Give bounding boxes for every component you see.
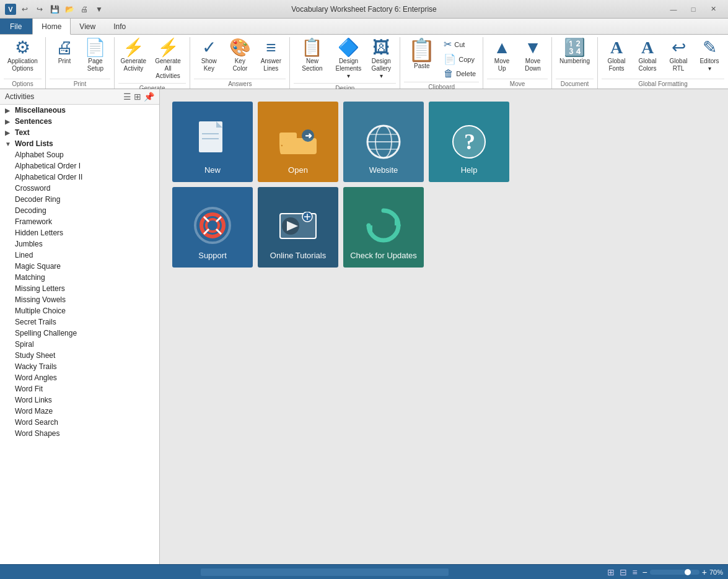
tutorials-tile-label: Online Tutorials bbox=[270, 251, 326, 260]
tab-file[interactable]: File bbox=[0, 19, 32, 34]
key-color-button[interactable]: 🎨 KeyColor bbox=[225, 37, 255, 74]
tile-help[interactable]: ? Help bbox=[429, 102, 509, 182]
save-button[interactable]: 💾 bbox=[48, 3, 61, 15]
sidebar-leaf-wacky-trails[interactable]: Wacky Trails bbox=[0, 361, 159, 372]
numbering-button[interactable]: 🔢 Numbering bbox=[556, 37, 594, 67]
generate-all-button[interactable]: ⚡ GenerateAll Activities bbox=[150, 37, 186, 82]
generate-activity-button[interactable]: ⚡ GenerateActivity bbox=[118, 37, 149, 74]
title-bar-left: V ↩ ↪ 💾 📂 🖨 ▼ bbox=[5, 3, 105, 15]
copy-button[interactable]: 📄 Copy bbox=[441, 52, 479, 66]
cut-button[interactable]: ✂ Cut bbox=[441, 37, 479, 51]
show-key-button[interactable]: ✓ ShowKey bbox=[194, 37, 224, 74]
sidebar-item-text[interactable]: ▶ Text bbox=[0, 127, 159, 138]
move-group-label: Move bbox=[487, 79, 548, 89]
sidebar-leaf-word-maze[interactable]: Word Maze bbox=[0, 406, 159, 417]
paste-label: Paste bbox=[414, 63, 430, 70]
sidebar-leaf-lined[interactable]: Lined bbox=[0, 250, 159, 261]
document-group-label: Document bbox=[556, 79, 594, 89]
global-colors-button[interactable]: A GlobalColors bbox=[633, 37, 662, 74]
sidebar-leaf-missing-vowels[interactable]: Missing Vowels bbox=[0, 294, 159, 305]
open-button[interactable]: 📂 bbox=[63, 3, 76, 15]
print-icon: 🖨 bbox=[56, 39, 73, 56]
sidebar-leaf-missing-letters[interactable]: Missing Letters bbox=[0, 283, 159, 294]
tab-info[interactable]: Info bbox=[105, 19, 135, 34]
sidebar-leaf-alphabetical-order-i[interactable]: Alphabetical Order I bbox=[0, 160, 159, 172]
undo-button[interactable]: ↩ bbox=[19, 3, 31, 15]
sidebar-leaf-secret-trails[interactable]: Secret Trails bbox=[0, 316, 159, 328]
sidebar-item-miscellaneous[interactable]: ▶ Miscellaneous bbox=[0, 105, 159, 116]
app-options-button[interactable]: ⚙ ApplicationOptions bbox=[4, 37, 42, 74]
sidebar-leaf-study-sheet[interactable]: Study Sheet bbox=[0, 350, 159, 361]
generate-all-label: GenerateAll Activities bbox=[154, 58, 183, 80]
tile-new[interactable]: New bbox=[172, 102, 253, 182]
tile-online-tutorials[interactable]: Online Tutorials bbox=[258, 187, 338, 268]
tile-open[interactable]: ➜ Open bbox=[258, 102, 338, 182]
zoom-slider[interactable] bbox=[650, 570, 699, 575]
sidebar-leaf-decoder-ring[interactable]: Decoder Ring bbox=[0, 194, 159, 205]
sidebar-leaf-spelling-challenge[interactable]: Spelling Challenge bbox=[0, 328, 159, 339]
move-up-icon: ▲ bbox=[493, 39, 511, 56]
sidebar-leaf-word-fit[interactable]: Word Fit bbox=[0, 383, 159, 394]
sidebar-leaf-matching[interactable]: Matching bbox=[0, 272, 159, 283]
move-up-button[interactable]: ▲ MoveUp bbox=[487, 37, 517, 74]
ribbon-group-global-formatting: A GlobalFonts A GlobalColors ↩ GlobalRTL… bbox=[598, 37, 728, 89]
status-icon-3[interactable]: ≡ bbox=[632, 567, 637, 577]
sidebar-leaf-alphabetical-order-ii[interactable]: Alphabetical Order II bbox=[0, 172, 159, 183]
zoom-out-button[interactable]: − bbox=[642, 567, 647, 577]
sidebar-leaf-word-links[interactable]: Word Links bbox=[0, 394, 159, 406]
status-icon-2[interactable]: ⊟ bbox=[620, 567, 627, 577]
editors-button[interactable]: ✎ Editors ▾ bbox=[695, 37, 724, 74]
ribbon-tabs: File Home View Info bbox=[0, 19, 728, 35]
zoom-in-button[interactable]: + bbox=[702, 567, 707, 577]
sidebar-leaf-word-shapes[interactable]: Word Shapes bbox=[0, 428, 159, 439]
tile-website[interactable]: Website bbox=[343, 102, 424, 182]
design-gallery-button[interactable]: 🖼 DesignGallery ▾ bbox=[366, 37, 396, 82]
tab-home[interactable]: Home bbox=[32, 19, 71, 35]
sidebar-pin-icon[interactable]: 📌 bbox=[144, 92, 154, 102]
sidebar-leaf-jumbles[interactable]: Jumbles bbox=[0, 238, 159, 250]
redo-button[interactable]: ↪ bbox=[33, 3, 46, 15]
app-logo: V bbox=[5, 4, 16, 15]
qat-more-button[interactable]: ▼ bbox=[93, 3, 105, 15]
sidebar-leaf-spiral[interactable]: Spiral bbox=[0, 339, 159, 350]
page-setup-button[interactable]: 📄 PageSetup bbox=[81, 37, 110, 74]
quick-access-toolbar: ↩ ↪ 💾 📂 🖨 ▼ bbox=[19, 3, 105, 15]
move-down-button[interactable]: ▼ MoveDown bbox=[518, 37, 548, 74]
sidebar-leaf-hidden-letters[interactable]: Hidden Letters bbox=[0, 227, 159, 238]
sidebar-list-view-icon[interactable]: ☰ bbox=[123, 92, 131, 102]
delete-icon: 🗑 bbox=[444, 68, 454, 79]
print-qat-button[interactable]: 🖨 bbox=[78, 3, 90, 15]
tile-check-updates[interactable]: Check for Updates bbox=[343, 187, 424, 268]
minimize-button[interactable]: — bbox=[664, 3, 683, 15]
sidebar-leaf-word-angles[interactable]: Word Angles bbox=[0, 372, 159, 383]
sidebar-grid-view-icon[interactable]: ⊞ bbox=[134, 92, 141, 102]
sidebar-leaf-multiple-choice[interactable]: Multiple Choice bbox=[0, 305, 159, 316]
global-rtl-button[interactable]: ↩ GlobalRTL bbox=[664, 37, 693, 74]
new-section-button[interactable]: 📋 New Section bbox=[294, 37, 330, 74]
answer-lines-button[interactable]: ≡ AnswerLines bbox=[256, 37, 286, 74]
tile-support[interactable]: Support bbox=[172, 187, 253, 268]
sidebar-leaf-alphabet-soup[interactable]: Alphabet Soup bbox=[0, 149, 159, 160]
window-controls: — □ ✕ bbox=[664, 3, 723, 15]
design-elements-button[interactable]: 🔷 DesignElements ▾ bbox=[332, 37, 366, 82]
sidebar-item-sentences[interactable]: ▶ Sentences bbox=[0, 116, 159, 127]
sidebar-leaf-framework[interactable]: Framework bbox=[0, 216, 159, 227]
maximize-button[interactable]: □ bbox=[683, 3, 703, 15]
status-icon-1[interactable]: ⊞ bbox=[607, 567, 615, 577]
delete-button[interactable]: 🗑 Delete bbox=[441, 67, 479, 81]
sidebar-item-word-lists[interactable]: ▼ Word Lists bbox=[0, 138, 159, 149]
sidebar-leaf-word-search[interactable]: Word Search bbox=[0, 417, 159, 428]
paste-button[interactable]: 📋 Paste bbox=[404, 37, 439, 72]
sidebar-leaf-decoding[interactable]: Decoding bbox=[0, 205, 159, 216]
open-folder-icon: ➜ bbox=[278, 123, 318, 160]
global-fonts-button[interactable]: A GlobalFonts bbox=[602, 37, 631, 74]
svg-text:➜: ➜ bbox=[305, 131, 312, 141]
print-button[interactable]: 🖨 Print bbox=[50, 37, 79, 67]
print-label: Print bbox=[58, 58, 71, 65]
sidebar-leaf-crossword[interactable]: Crossword bbox=[0, 183, 159, 194]
close-button[interactable]: ✕ bbox=[703, 3, 723, 15]
numbering-icon: 🔢 bbox=[564, 39, 585, 56]
website-tile-label: Website bbox=[369, 165, 398, 175]
tab-view[interactable]: View bbox=[71, 19, 105, 34]
sidebar-leaf-magic-square[interactable]: Magic Square bbox=[0, 261, 159, 272]
